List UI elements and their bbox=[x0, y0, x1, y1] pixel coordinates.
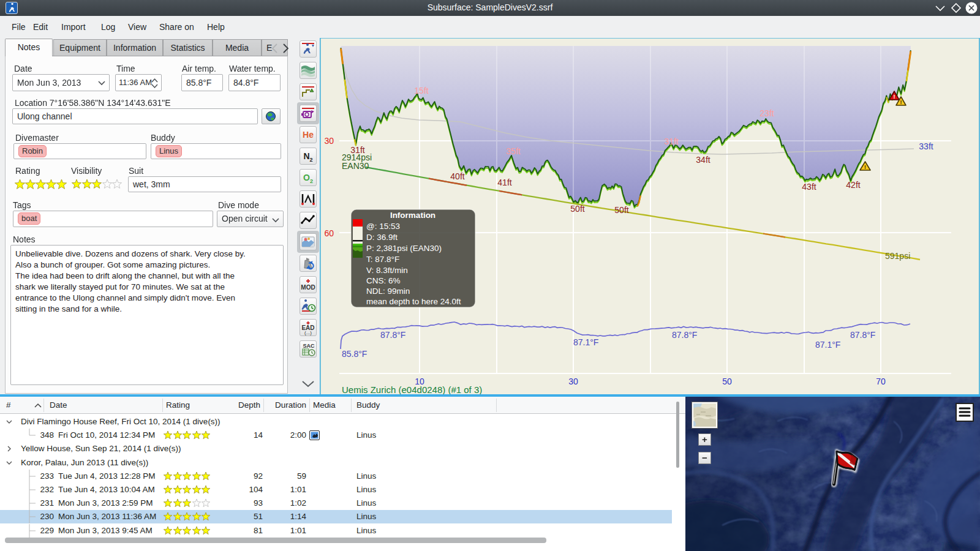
svg-text:41ft: 41ft bbox=[497, 178, 511, 187]
svg-text:D: 36.9ft: D: 36.9ft bbox=[366, 233, 398, 242]
svg-text:50ft: 50ft bbox=[614, 205, 628, 215]
svg-text:!: ! bbox=[864, 164, 866, 170]
svg-text:87.1°F: 87.1°F bbox=[573, 337, 598, 347]
svg-text:Uemis Zurich (e04d0248) (#1 of: Uemis Zurich (e04d0248) (#1 of 3) bbox=[342, 384, 482, 395]
svg-text:NDL: 99min: NDL: 99min bbox=[366, 287, 410, 296]
svg-text:!: ! bbox=[900, 99, 902, 105]
svg-text:87.8°F: 87.8°F bbox=[850, 330, 875, 340]
svg-text:87.8°F: 87.8°F bbox=[380, 330, 405, 340]
svg-text:T: 87.8°F: T: 87.8°F bbox=[366, 255, 399, 264]
svg-text:SAC: SAC bbox=[303, 343, 315, 349]
svg-text:MOD: MOD bbox=[301, 284, 315, 291]
svg-text:60: 60 bbox=[324, 228, 334, 238]
svg-text:Information: Information bbox=[390, 211, 435, 220]
svg-text:30: 30 bbox=[568, 377, 578, 386]
svg-text:85.8°F: 85.8°F bbox=[342, 349, 367, 359]
svg-text:43ft: 43ft bbox=[802, 182, 816, 192]
svg-text:50: 50 bbox=[722, 377, 732, 386]
svg-text:!: ! bbox=[894, 94, 895, 100]
svg-text:CNS: 6%: CNS: 6% bbox=[366, 276, 401, 285]
svg-text:87.1°F: 87.1°F bbox=[815, 340, 840, 350]
svg-text:15ft: 15ft bbox=[414, 86, 428, 96]
svg-text:@: 15:53: @: 15:53 bbox=[366, 222, 400, 231]
svg-text:42ft: 42ft bbox=[846, 180, 860, 190]
svg-text:591psi: 591psi bbox=[885, 251, 910, 261]
svg-text:50ft: 50ft bbox=[570, 204, 584, 214]
svg-text:40ft: 40ft bbox=[450, 171, 464, 181]
svg-text:31ft: 31ft bbox=[664, 137, 678, 146]
svg-text:(...): (...) bbox=[304, 330, 312, 335]
svg-text:EAN30: EAN30 bbox=[342, 161, 369, 171]
svg-text:30: 30 bbox=[324, 136, 334, 146]
svg-text:87.8°F: 87.8°F bbox=[672, 330, 697, 340]
svg-text:23ft: 23ft bbox=[760, 108, 774, 118]
svg-text:35ft: 35ft bbox=[506, 146, 520, 156]
svg-text:P: 2,381psi (EAN30): P: 2,381psi (EAN30) bbox=[366, 244, 442, 253]
svg-text:33ft: 33ft bbox=[919, 141, 933, 151]
svg-text:mean depth to here 24.0ft: mean depth to here 24.0ft bbox=[366, 297, 461, 306]
svg-text:34ft: 34ft bbox=[696, 155, 710, 165]
svg-text:70: 70 bbox=[876, 377, 886, 386]
svg-text:V: 8.3ft/min: V: 8.3ft/min bbox=[366, 266, 408, 275]
